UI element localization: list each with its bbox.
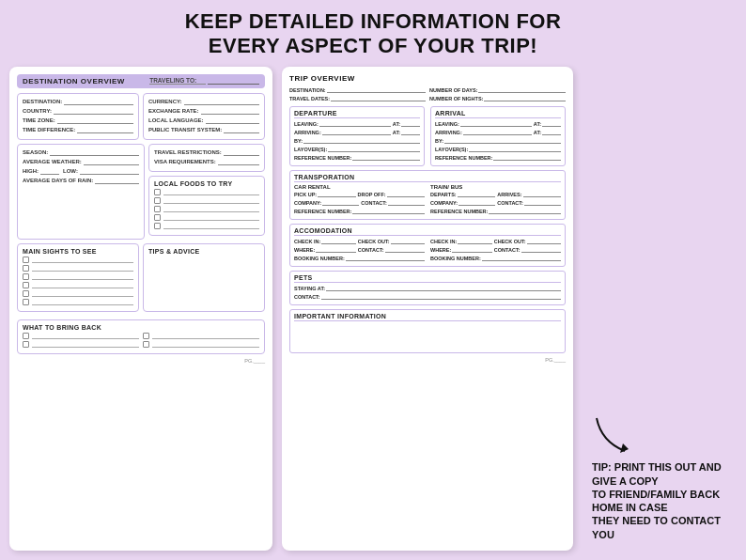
- dest-info-box: DESTINATION: COUNTRY: TIME ZONE: TIME DI…: [17, 93, 139, 140]
- departure-box: DEPARTURE LEAVING:AT: ARRIVING:AT: BY: L…: [289, 106, 425, 166]
- weather-box: SEASON: AVERAGE WEATHER: HIGH:LOW: AVERA…: [17, 144, 145, 240]
- left-sheet: DESTINATION OVERVIEW TRAVELING TO: DESTI…: [9, 67, 272, 551]
- main-sights-box: MAIN SIGHTS TO SEE: [17, 243, 139, 312]
- trip-overview-title: TRIP OVERVIEW: [289, 74, 566, 83]
- traveling-to-label: TRAVELING TO:: [149, 77, 259, 85]
- accom-col1: CHECK IN:CHECK OUT: WHERE:CONTACT: BOOKI…: [294, 238, 425, 263]
- local-foods-box: LOCAL FOODS TO TRY: [148, 176, 265, 236]
- destination-line: DESTINATION: TRAVEL DATES:: [289, 86, 426, 103]
- accommodation-section: ACCOMODATION CHECK IN:CHECK OUT: WHERE:C…: [289, 224, 566, 267]
- accom-col2: CHECK IN:CHECK OUT: WHERE:CONTACT: BOOKI…: [430, 238, 561, 263]
- tip-area: TIP: PRINT THIS OUT AND GIVE A COPY TO F…: [583, 67, 737, 551]
- left-pg-label: PG.____: [17, 358, 265, 364]
- dep-arr-section: DEPARTURE LEAVING:AT: ARRIVING:AT: BY: L…: [289, 106, 566, 166]
- important-section: IMPORTANT INFORMATION: [289, 309, 566, 353]
- arrow-icon: [587, 413, 644, 460]
- days-nights-lines: NUMBER OF DAYS: NUMBER OF NIGHTS:: [429, 86, 566, 103]
- currency-info-box: CURRENCY: EXCHANGE RATE: LOCAL LANGUAGE:…: [143, 93, 265, 140]
- pets-section: PETS STAYING AT: CONTACT:: [289, 271, 566, 305]
- left-sheet-header: DESTINATION OVERVIEW TRAVELING TO:: [17, 74, 265, 88]
- right-pg-label: PG.____: [289, 357, 566, 363]
- restrictions-box: TRAVEL RESTRICTIONS: VISA REQUIREMENTS:: [148, 144, 265, 172]
- arrival-box: ARRIVAL LEAVING:AT: ARRIVING:AT: BY: LAY…: [430, 106, 566, 166]
- train-bus-col: TRAIN/ BUS DEPARTS:ARRIVES: COMPANY:CONT…: [430, 184, 561, 216]
- what-to-bring-box: WHAT TO BRING BACK: [17, 319, 265, 354]
- left-sheet-title: DESTINATION OVERVIEW: [23, 77, 125, 86]
- transportation-section: TRANSPORATION CAR RENTAL PICK UP:DROP OF…: [289, 170, 566, 220]
- right-sheet: TRIP OVERVIEW DESTINATION: TRAVEL DATES:…: [282, 67, 573, 551]
- tip-text: TIP: PRINT THIS OUT AND GIVE A COPY TO F…: [587, 460, 737, 541]
- car-rental-col: CAR RENTAL PICK UP:DROP OFF: COMPANY:CON…: [294, 184, 425, 216]
- main-title: KEEP DETAILED INFORMATION FOR EVERY ASPE…: [185, 9, 562, 59]
- tips-box: TIPS & ADVICE: [143, 243, 265, 312]
